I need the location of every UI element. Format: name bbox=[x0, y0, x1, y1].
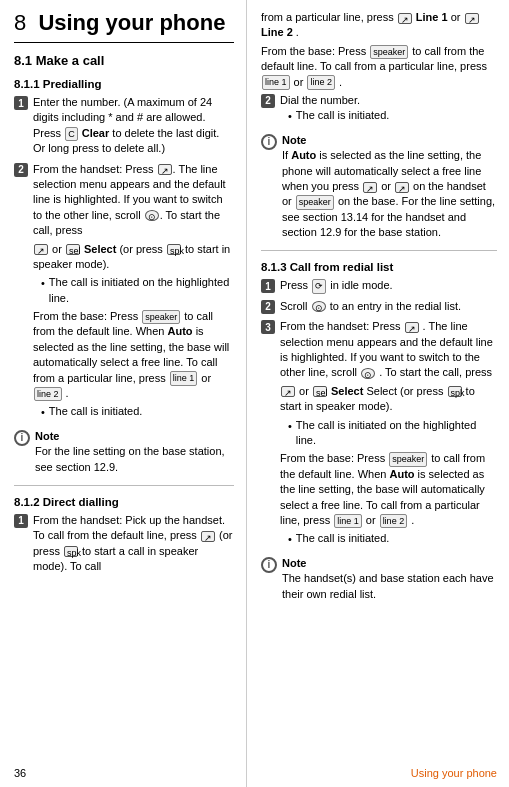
step-rl-bullet1: • The call is initiated on the highlight… bbox=[288, 418, 497, 449]
step-2-base-period: . bbox=[66, 387, 69, 399]
step-rl-2-post: to an entry in the redial list. bbox=[330, 300, 461, 312]
step-rl-base5: . bbox=[411, 514, 414, 526]
call-icon-2: ↗ bbox=[34, 244, 48, 255]
note-2-or: or bbox=[381, 180, 391, 192]
step-1-num: 1 bbox=[14, 96, 28, 110]
right-column: from a particular line, press ↗ Line 1 o… bbox=[247, 0, 509, 787]
step-dd-2-bullet: • The call is initiated. bbox=[288, 108, 497, 124]
speaker-base-icon: speaker bbox=[142, 310, 180, 325]
footer-page-num: 36 bbox=[14, 767, 26, 779]
step-2-or-press: (or press bbox=[119, 243, 165, 255]
steps-8-1-1: 1 Enter the number. (A maximum of 24 dig… bbox=[14, 95, 234, 424]
right-base1: From the base: Press bbox=[261, 45, 366, 57]
step-dd-2: 2 Dial the number. • The call is initiat… bbox=[261, 93, 497, 128]
step-1-clear-label: Clear bbox=[82, 127, 110, 139]
step-rl-1: 1 Press ⟳ in idle mode. bbox=[261, 278, 497, 293]
step-2-bullet-1: • The call is initiated on the highlight… bbox=[41, 275, 234, 306]
step-dd-2-bullet-text: The call is initiated. bbox=[296, 108, 390, 123]
step-2-base-pre: From the base: Press bbox=[33, 310, 141, 322]
call-icon-rl2: ↗ bbox=[281, 386, 295, 397]
page: 8 Using your phone 8.1 Make a call 8.1.1… bbox=[0, 0, 509, 787]
step-rl-3e: Select (or press bbox=[366, 385, 443, 397]
speaker-icon: spk bbox=[167, 244, 181, 255]
speaker-note: speaker bbox=[296, 195, 334, 210]
step-rl-2-pre: Scroll bbox=[280, 300, 308, 312]
step-rl-1-content: Press ⟳ in idle mode. bbox=[280, 278, 497, 293]
step-rl-3c: . To start the call, press bbox=[379, 366, 492, 378]
line2-r: line 2 bbox=[307, 75, 335, 90]
line2-rl: line 2 bbox=[380, 514, 408, 529]
speaker-icon-rl: spk bbox=[448, 386, 462, 397]
step-dd-2-num: 2 bbox=[261, 94, 275, 108]
note-3-content: Note The handset(s) and base station eac… bbox=[282, 556, 497, 602]
step-rl-bullet2: • The call is initiated. bbox=[288, 531, 497, 547]
step-rl-3: 3 From the handset: Press ↗ . The line s… bbox=[261, 319, 497, 550]
step-rl-select-label: Select bbox=[331, 385, 363, 397]
speaker-base-r: speaker bbox=[370, 45, 408, 60]
step-2-select-label: Select bbox=[84, 243, 116, 255]
step-rl-3d: or bbox=[299, 385, 309, 397]
select-icon: sel bbox=[66, 244, 80, 255]
call-icon-dd: ↗ bbox=[201, 531, 215, 542]
line2-icon-r: ↗ bbox=[465, 13, 479, 24]
chapter-num: 8 bbox=[14, 10, 26, 35]
right-cont5: . bbox=[296, 26, 299, 38]
note-1: i Note For the line setting on the base … bbox=[14, 429, 234, 475]
step-dd-1: 1 From the handset: Pick up the handset.… bbox=[14, 513, 234, 578]
bullet-dot-3: • bbox=[288, 109, 292, 124]
right-base-dd: From the base: Press speaker to call fro… bbox=[261, 44, 497, 90]
steps-dd-right: 2 Dial the number. • The call is initiat… bbox=[261, 93, 497, 128]
note-2-auto: Auto bbox=[291, 149, 316, 161]
step-2-content: From the handset: Press ↗. The line sele… bbox=[33, 162, 234, 424]
scroll-icon-rl: ⊙ bbox=[312, 301, 326, 312]
step-rl-1-num: 1 bbox=[261, 279, 275, 293]
step-2-base-or: or bbox=[201, 372, 211, 384]
steps-redial: 1 Press ⟳ in idle mode. 2 Scroll ⊙ to an… bbox=[261, 278, 497, 550]
note-icon-3: i bbox=[261, 557, 277, 573]
speaker-icon-dd: spk bbox=[64, 546, 78, 557]
step-rl-3-text: From the handset: Press ↗ . The line sel… bbox=[280, 319, 497, 381]
note-2-content: Note If Auto is selected as the line set… bbox=[282, 133, 497, 241]
bullet-dot-rl1: • bbox=[288, 419, 292, 434]
step-rl-base: From the base: Press speaker to call fro… bbox=[280, 451, 497, 528]
note-1-content: Note For the line setting on the base st… bbox=[35, 429, 234, 475]
step-2: 2 From the handset: Press ↗. The line se… bbox=[14, 162, 234, 424]
step-dd-1-pre: From the handset: Pick up the handset. T… bbox=[33, 514, 225, 541]
step-rl-auto: Auto bbox=[389, 468, 414, 480]
step-1: 1 Enter the number. (A maximum of 24 dig… bbox=[14, 95, 234, 157]
right-line2-label: Line 2 bbox=[261, 26, 293, 38]
footer-chapter-title: Using your phone bbox=[411, 767, 497, 779]
call-icon-note: ↗ bbox=[363, 182, 377, 193]
bullet-dot-1: • bbox=[41, 276, 45, 291]
line1-icon: line 1 bbox=[170, 371, 198, 386]
right-cont3: or bbox=[451, 11, 461, 23]
step-rl-3-content: From the handset: Press ↗ . The line sel… bbox=[280, 319, 497, 550]
call-icon-note2: ↗ bbox=[395, 182, 409, 193]
right-base3: or bbox=[294, 76, 304, 88]
step-2-text: From the handset: Press ↗. The line sele… bbox=[33, 162, 234, 239]
step-rl-3-select: ↗ or sel Select Select (or press spk to … bbox=[280, 384, 497, 415]
step-rl-base4: or bbox=[366, 514, 376, 526]
step-dd-1-num: 1 bbox=[14, 514, 28, 528]
line1-icon-r: ↗ bbox=[398, 13, 412, 24]
step-2-bullet-2: • The call is initiated. bbox=[41, 404, 234, 420]
divider-1 bbox=[14, 485, 234, 486]
step-rl-2-num: 2 bbox=[261, 300, 275, 314]
note-2-if: If bbox=[282, 149, 288, 161]
step-rl-2: 2 Scroll ⊙ to an entry in the redial lis… bbox=[261, 299, 497, 314]
note-2-label: Note bbox=[282, 134, 306, 146]
subsection-8-1-3-title: 8.1.3 Call from redial list bbox=[261, 261, 497, 273]
step-rl-base1: From the base: Press bbox=[280, 452, 385, 464]
note-1-text: For the line setting on the base station… bbox=[35, 445, 225, 472]
call-icon: ↗ bbox=[158, 164, 172, 175]
section-8-1-title: 8.1 Make a call bbox=[14, 53, 234, 68]
select-icon-rl: sel bbox=[313, 386, 327, 397]
step-2-auto: Auto bbox=[168, 325, 193, 337]
step-dd-1-content: From the handset: Pick up the handset. T… bbox=[33, 513, 234, 578]
step-2-num: 2 bbox=[14, 163, 28, 177]
step-dd-2-text: Dial the number. bbox=[280, 94, 360, 106]
note-icon-1: i bbox=[14, 430, 30, 446]
step-rl-bullet2-text: The call is initiated. bbox=[296, 531, 390, 546]
speaker-base-rl: speaker bbox=[389, 452, 427, 467]
line1-r: line 1 bbox=[262, 75, 290, 90]
